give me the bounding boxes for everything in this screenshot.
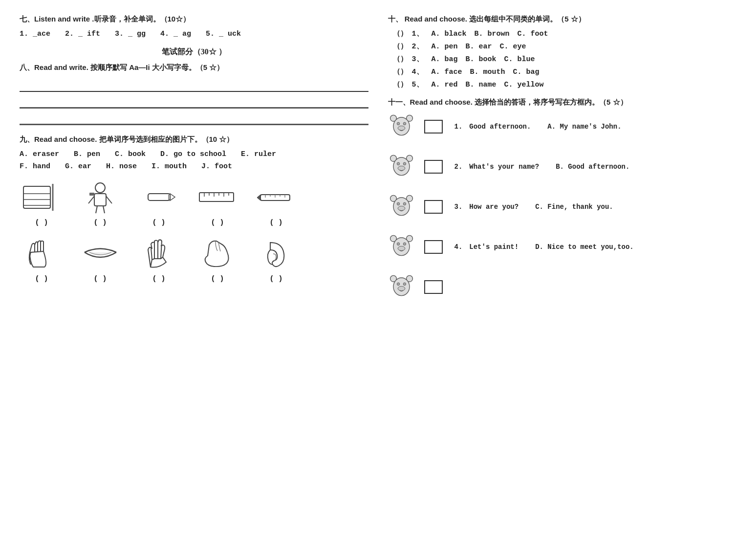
- conv-item-3: 3. How are you? C. Fine, thank you.: [388, 192, 737, 222]
- choose-item-4: （） 4、 A. face B. mouth C. bag: [393, 67, 737, 76]
- bear-icon-2: [388, 152, 417, 181]
- choose-a-3: A. bag: [432, 55, 458, 64]
- section-7: 七、Listen and write .听录音，补全单词。（10☆） 1. _a…: [20, 15, 368, 38]
- image-pen: [137, 178, 181, 217]
- image-eraser: [20, 178, 64, 217]
- word-F: F. hand: [20, 162, 50, 171]
- svg-line-7: [88, 196, 94, 203]
- svg-point-5: [95, 183, 105, 193]
- svg-point-57: [403, 283, 406, 286]
- svg-point-40: [398, 166, 405, 170]
- answer-box-1: [424, 120, 443, 134]
- brackets-row-top: ( ) ( ) ( ) ( ) ( ): [20, 219, 368, 227]
- choose-b-5: B. name: [466, 81, 497, 89]
- choose-c-1: C. foot: [518, 30, 548, 38]
- bear-icon-3: [388, 192, 417, 222]
- bear-icon-1: [388, 112, 417, 141]
- choose-num-2: （） 2、: [393, 42, 424, 51]
- conv-question-1: 1.: [454, 123, 463, 131]
- bracket-b3: ( ): [137, 275, 181, 283]
- section-8: 八、Read and write. 按顺序默写 Aa—Ii 大小写字母。（5 ☆…: [20, 63, 368, 125]
- choose-b-1: B. brown: [475, 30, 510, 38]
- choose-a-5: A. red: [432, 81, 458, 89]
- conv-item-5: [388, 272, 737, 302]
- image-mouth: [78, 234, 122, 273]
- bracket-4: ( ): [195, 219, 239, 227]
- choose-item-3: （） 3、 A. bag B. book C. blue: [393, 54, 737, 64]
- image-ruler2: [254, 178, 298, 217]
- conv-item-4: 4. Let's paint! D. Nice to meet you,too.: [388, 232, 737, 262]
- svg-point-45: [403, 202, 406, 205]
- svg-rect-12: [148, 194, 170, 200]
- choose-num-5: （） 5、: [393, 80, 424, 89]
- listen-item-2: 2. _ ift: [65, 30, 100, 38]
- svg-rect-11: [89, 193, 94, 196]
- svg-rect-6: [94, 194, 106, 206]
- word-H: H. nose: [106, 162, 137, 171]
- choose-c-2: C. eye: [500, 43, 526, 51]
- writing-line-1: [20, 78, 368, 92]
- bracket-5: ( ): [254, 219, 298, 227]
- writing-line-2: [20, 95, 368, 109]
- choose-c-3: C. blue: [504, 55, 535, 64]
- bracket-b5: ( ): [254, 275, 298, 283]
- svg-point-34: [398, 126, 405, 130]
- bracket-3: ( ): [137, 219, 181, 227]
- answer-box-3: [424, 200, 443, 214]
- choose-item-5: （） 5、 A. red B. name C. yellow: [393, 80, 737, 89]
- bracket-1: ( ): [20, 219, 64, 227]
- listen-item-4: 4. _ ag: [160, 30, 191, 38]
- word-row-top: A. eraser B. pen C. book D. go to school…: [20, 150, 368, 158]
- word-I: I. mouth: [151, 162, 187, 171]
- bear-icon-5: [388, 272, 417, 302]
- image-fingers: [137, 234, 181, 273]
- section-9: 九、Read and choose. 把单词序号选到相应的图片下。（10 ☆） …: [20, 135, 368, 283]
- bottom-images-row: [20, 234, 368, 273]
- bear-icon-4: [388, 232, 417, 262]
- answer-box-4: [424, 240, 443, 254]
- svg-line-10: [103, 206, 105, 213]
- top-images-row: [20, 178, 368, 217]
- writing-lines: [20, 78, 368, 125]
- section-10: 十、 Read and choose. 选出每组中不同类的单词。（5 ☆） （）…: [388, 15, 737, 89]
- image-ruler1: [195, 178, 239, 217]
- bracket-b2: ( ): [78, 275, 122, 283]
- choose-items: （） 1、 A. black B. brown C. foot （） 2、 A.…: [393, 29, 737, 89]
- conv-question-4: 4.: [454, 243, 463, 251]
- svg-point-46: [398, 206, 405, 210]
- writing-section-title: 笔试部分（30☆ ）: [20, 47, 368, 57]
- listen-item-1: 1. _ace: [20, 30, 50, 38]
- svg-point-32: [397, 122, 400, 125]
- listen-item-3: 3. _ gg: [115, 30, 146, 38]
- choose-c-5: C. yellow: [504, 81, 544, 89]
- conv-item-2: 2. What's your name? B. Good afternoon.: [388, 152, 737, 181]
- word-B: B. pen: [74, 150, 100, 158]
- conv-question-3: 3.: [454, 203, 463, 211]
- image-foot: [195, 234, 239, 273]
- svg-point-52: [398, 246, 405, 250]
- choose-item-2: （） 2、 A. pen B. ear C. eye: [393, 42, 737, 51]
- bracket-b1: ( ): [20, 275, 64, 283]
- answer-box-5: [424, 280, 443, 294]
- image-hand: [20, 234, 64, 273]
- choose-a-2: A. pen: [432, 43, 458, 51]
- svg-point-44: [397, 202, 400, 205]
- svg-point-39: [403, 162, 406, 165]
- image-ear: [254, 234, 298, 273]
- choose-b-2: B. ear: [466, 43, 492, 51]
- choose-b-4: B. mouth: [470, 68, 505, 76]
- section-11-title: 十一、Read and choose. 选择恰当的答语，将序号写在方框内。（5 …: [388, 98, 737, 107]
- word-C: C. book: [115, 150, 146, 158]
- bracket-b4: ( ): [195, 275, 239, 283]
- choose-a-1: A. black: [432, 30, 467, 38]
- svg-point-38: [397, 162, 400, 165]
- svg-line-9: [96, 206, 97, 213]
- section-10-title: 十、 Read and choose. 选出每组中不同类的单词。（5 ☆）: [388, 15, 737, 24]
- word-J: J. foot: [201, 162, 232, 171]
- conv-question-2: 2.: [454, 163, 463, 171]
- word-D: D. go to school: [160, 150, 226, 158]
- svg-line-8: [106, 196, 112, 203]
- answer-box-2: [424, 160, 443, 174]
- svg-marker-13: [170, 194, 175, 200]
- section-9-title: 九、Read and choose. 把单词序号选到相应的图片下。（10 ☆）: [20, 135, 368, 144]
